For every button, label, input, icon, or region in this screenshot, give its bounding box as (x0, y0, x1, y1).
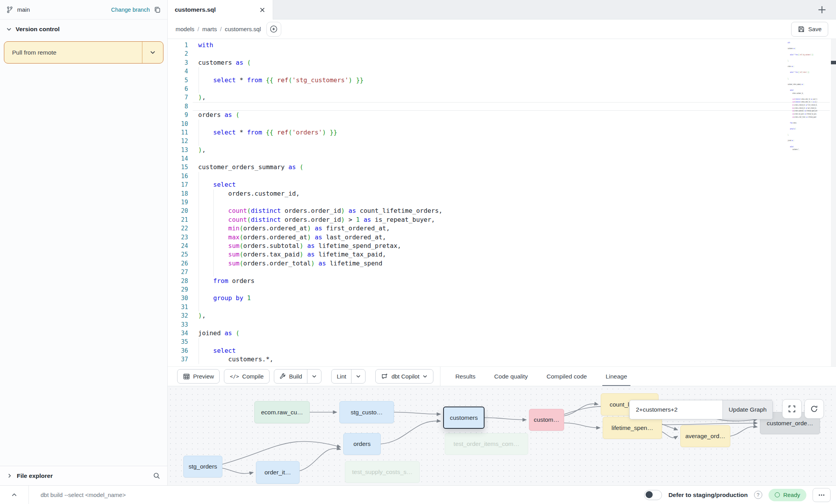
update-graph-button[interactable]: Update Graph (722, 400, 772, 419)
code-line[interactable] (198, 102, 442, 111)
code-line[interactable]: select (788, 145, 817, 148)
code-line[interactable]: with (198, 41, 442, 50)
minimap[interactable]: withcustomers as ( select * from {{ ref(… (783, 41, 817, 161)
code-line[interactable] (788, 86, 817, 89)
pull-from-remote-caret[interactable] (142, 42, 163, 63)
code-line[interactable] (198, 137, 442, 145)
copilot-chip-button[interactable] (266, 22, 281, 37)
code-line[interactable] (198, 303, 442, 311)
code-line[interactable]: min(orders.ordered_at) as first_ordered_… (788, 104, 817, 107)
breadcrumb-item[interactable]: models (176, 26, 194, 32)
code-line[interactable]: customer_orders_summary as ( (198, 163, 442, 172)
lineage-node-custom_pink[interactable]: custom… (529, 409, 564, 431)
new-tab-button[interactable] (817, 5, 827, 14)
lineage-node-test_order[interactable]: test_order_items_com… (445, 433, 528, 455)
lint-caret[interactable] (351, 370, 365, 383)
code-line[interactable]: select (198, 347, 442, 355)
code-line[interactable]: ), (788, 77, 817, 80)
code-line[interactable] (198, 285, 442, 294)
code-line[interactable] (788, 74, 817, 77)
code-line[interactable]: orders.customer_id, (198, 189, 442, 198)
editor-scrollbar[interactable] (831, 39, 836, 366)
code-line[interactable]: count(distinct orders.order_id) as count… (788, 97, 817, 101)
code-line[interactable]: count(distinct orders.order_id) > 1 as i… (198, 216, 442, 224)
code-line[interactable] (198, 268, 442, 276)
code-line[interactable]: sum(orders.tax_paid) as lifetime_tax_pai… (788, 112, 817, 115)
code-line[interactable]: customers.*, (788, 148, 817, 151)
code-line[interactable]: customers.*, (198, 355, 442, 364)
code-line[interactable]: select * from {{ ref('stg_customers') }} (198, 76, 442, 85)
close-icon[interactable] (259, 7, 266, 13)
code-line[interactable]: group by 1 (788, 127, 817, 130)
code-line[interactable]: count(distinct orders.order_id) as count… (198, 207, 442, 215)
code-line[interactable]: select * from {{ ref('orders') }} (788, 71, 817, 74)
code-line[interactable] (198, 338, 442, 346)
code-line[interactable] (788, 56, 817, 59)
lineage-node-test_supply[interactable]: test_supply_costs_s… (345, 461, 420, 483)
breadcrumb-item[interactable]: customers.sql (225, 26, 261, 32)
code-line[interactable]: joined as ( (788, 139, 817, 142)
code-line[interactable] (198, 50, 442, 58)
compile-button[interactable]: </> Compile (224, 369, 270, 384)
lineage-node-customers[interactable]: customers (443, 407, 485, 429)
code-line[interactable]: customer_orders_summary as ( (788, 83, 817, 86)
code-line[interactable] (198, 85, 442, 93)
file-explorer-row[interactable]: File explorer (0, 466, 167, 485)
version-control-header[interactable]: Version control (0, 19, 167, 39)
code-line[interactable]: max(orders.ordered_at) as last_ordered_a… (788, 106, 817, 110)
tab-lineage[interactable]: Lineage (605, 367, 627, 386)
code-line[interactable] (788, 44, 817, 47)
code-line[interactable]: joined as ( (198, 329, 442, 338)
command-bar-expand[interactable] (0, 486, 29, 504)
code-line[interactable]: orders.customer_id, (788, 92, 817, 95)
lineage-canvas[interactable]: ecom.raw_cu…stg_custo…customerscustom…co… (168, 386, 836, 485)
status-badge[interactable]: Ready (769, 489, 806, 501)
tab-compiled-code[interactable]: Compiled code (547, 367, 587, 386)
code-line[interactable]: with (788, 41, 817, 44)
code-line[interactable] (198, 320, 442, 329)
code-line[interactable] (198, 120, 442, 128)
build-button[interactable]: Build (274, 370, 307, 383)
lineage-node-orders[interactable]: orders (343, 433, 381, 455)
code-line[interactable]: count(distinct orders.order_id) > 1 as i… (788, 101, 817, 104)
code-line[interactable] (788, 68, 817, 71)
dbt-copilot-button[interactable]: dbt Copilot (375, 369, 433, 384)
code-line[interactable]: ), (788, 59, 817, 62)
refresh-button[interactable] (804, 399, 824, 419)
code-line[interactable]: orders as ( (788, 65, 817, 68)
code-line[interactable]: ), (788, 133, 817, 136)
code-line[interactable]: ), (198, 93, 442, 102)
code-line[interactable]: sum(orders.subtotal) as lifetime_spend_p… (788, 110, 817, 113)
code-line[interactable]: orders as ( (198, 111, 442, 119)
code-line[interactable] (788, 136, 817, 139)
tab-customers-sql[interactable]: customers.sql (168, 0, 273, 19)
lineage-node-lifetime_spen[interactable]: lifetime_spen… (603, 417, 662, 439)
code-line[interactable]: select (788, 89, 817, 92)
code-line[interactable] (788, 130, 817, 133)
lineage-node-average_ord[interactable]: average_ord… (680, 425, 730, 447)
code-line[interactable] (198, 154, 442, 163)
code-line[interactable]: from orders (198, 277, 442, 285)
build-caret[interactable] (307, 370, 321, 383)
command-input[interactable]: dbt build --select <model_name> (41, 492, 126, 498)
fullscreen-button[interactable] (782, 399, 802, 419)
info-icon[interactable]: ? (754, 491, 762, 499)
code-line[interactable]: select * from {{ ref('stg_customers') }} (788, 53, 817, 56)
file-search-button[interactable] (153, 472, 160, 479)
code-line[interactable]: min(orders.ordered_at) as first_ordered_… (198, 224, 442, 233)
preview-button[interactable]: Preview (177, 369, 220, 384)
code-line[interactable] (198, 198, 442, 207)
defer-toggle[interactable] (644, 490, 662, 500)
code-line[interactable] (788, 80, 817, 83)
copy-icon[interactable] (154, 6, 161, 13)
code-line[interactable] (788, 124, 817, 127)
lineage-node-stg_orders[interactable]: stg_orders (183, 456, 222, 477)
code-line[interactable] (788, 118, 817, 122)
code-line[interactable] (788, 50, 817, 53)
code-line[interactable]: sum(orders.tax_paid) as lifetime_tax_pai… (198, 250, 442, 259)
code-line[interactable]: group by 1 (198, 294, 442, 302)
save-button[interactable]: Save (791, 22, 828, 37)
code-line[interactable]: sum(orders.subtotal) as lifetime_spend_p… (198, 242, 442, 250)
code-line[interactable]: ), (198, 146, 442, 154)
code-line[interactable]: select * from {{ ref('orders') }} (198, 128, 442, 137)
